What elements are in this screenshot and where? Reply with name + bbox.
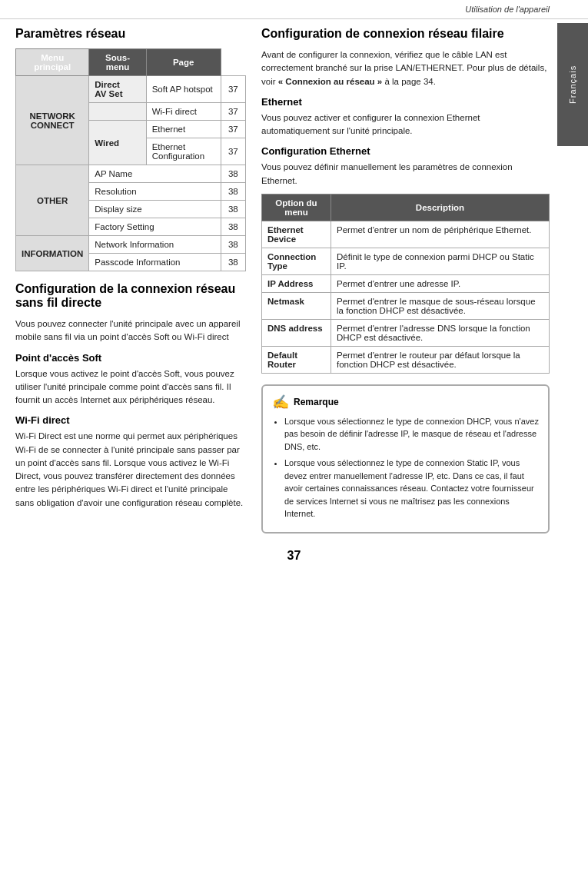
header-title: Utilisation de l'appareil: [465, 5, 550, 14]
ethernet-text: Vous pouvez activer et configurer la con…: [261, 111, 550, 138]
option-cell: Ethernet Device: [262, 221, 331, 248]
note-icon: ✍: [272, 394, 289, 411]
page-eth-config: 37: [221, 138, 245, 165]
list-item: Lorsque vous sélectionnez le type de con…: [284, 415, 539, 454]
config-eth-text: Vous pouvez définir manuellement les par…: [261, 161, 550, 188]
group-information: INFORMATION: [16, 236, 89, 271]
config-eth-title: Configuration Ethernet: [261, 145, 550, 157]
submenu-apname: AP Name: [89, 165, 221, 183]
page-softap: 37: [221, 76, 245, 103]
option-cell: Default Router: [262, 346, 331, 373]
section1-link: « Connexion au réseau »: [278, 77, 383, 86]
table-row: DNS addressPermet d'entrer l'adresse DNS…: [262, 319, 550, 346]
desc-cell: Permet d'entrer une adresse IP.: [331, 274, 550, 292]
language-sidebar: Français: [557, 23, 588, 146]
submenu-displaysize: Display size: [89, 201, 221, 218]
table-row: Default RouterPermet d'entrer le routeur…: [262, 346, 550, 373]
note-box: ✍ Remarque Lorsque vous sélectionnez le …: [261, 384, 550, 534]
submenu-passcode: Passcode Information: [89, 254, 221, 271]
page-ethernet: 37: [221, 121, 245, 138]
submenu-eth-config: Ethernet Configuration: [146, 138, 221, 165]
col-page-header: Page: [146, 49, 221, 76]
main-content: Paramètres réseau Menu principal Sous-me…: [0, 19, 588, 541]
col-menu-header: Menu principal: [16, 49, 89, 76]
subgroup-direct-2: [89, 103, 146, 121]
submenu-factorysetting: Factory Setting: [89, 218, 221, 236]
desc-cell: Permet d'entrer un nom de périphérique E…: [331, 221, 550, 248]
col-option-header: Option du menu: [262, 194, 331, 221]
table-row: OTHER AP Name 38: [16, 165, 246, 183]
option-cell: Netmask: [262, 292, 331, 319]
page-number: 37: [0, 541, 588, 567]
group-other: OTHER: [16, 165, 89, 236]
table-row: Connection TypeDéfinit le type de connex…: [262, 248, 550, 274]
soft-ap-title: Point d'accès Soft: [15, 352, 246, 364]
submenu-resolution: Resolution: [89, 183, 221, 201]
language-label: Français: [568, 65, 577, 104]
group-network: NETWORKCONNECT: [16, 76, 89, 165]
option-cell: Connection Type: [262, 248, 331, 274]
col-submenu-header: Sous-menu: [89, 49, 146, 76]
params-table: Menu principal Sous-menu Page NETWORKCON…: [15, 48, 246, 271]
page-wifidirect: 37: [221, 103, 245, 121]
wifi-text: Wi-Fi Direct est une norme qui permet au…: [15, 430, 246, 510]
subgroup-wired: Wired: [89, 121, 146, 165]
subgroup-direct: DirectAV Set: [89, 76, 146, 103]
table-row: IP AddressPermet d'entrer une adresse IP…: [262, 274, 550, 292]
table-row: INFORMATION Network Information 38: [16, 236, 246, 254]
desc-cell: Permet d'entrer le routeur par défaut lo…: [331, 346, 550, 373]
section1-title: Paramètres réseau: [15, 27, 246, 41]
section2-title: Configuration de la connexion réseau san…: [15, 282, 246, 310]
note-title: ✍ Remarque: [272, 394, 539, 411]
table-row: Ethernet DevicePermet d'entrer un nom de…: [262, 221, 550, 248]
table-row: NETWORKCONNECT DirectAV Set Soft AP hots…: [16, 76, 246, 103]
left-column: Paramètres réseau Menu principal Sous-me…: [15, 27, 246, 534]
option-cell: DNS address: [262, 319, 331, 346]
page-networkinfo: 38: [221, 236, 245, 254]
submenu-networkinfo: Network Information: [89, 236, 221, 254]
table-row: NetmaskPermet d'entrer le masque de sous…: [262, 292, 550, 319]
list-item: Lorsque vous sélectionnez le type de con…: [284, 457, 539, 520]
right-section1-title: Configuration de connexion réseau filair…: [261, 27, 550, 41]
desc-cell: Définit le type de connexion parmi DHCP …: [331, 248, 550, 274]
page-factorysetting: 38: [221, 218, 245, 236]
right-section1-intro: Avant de configurer la connexion, vérifi…: [261, 48, 550, 88]
wifi-title: Wi-Fi direct: [15, 414, 246, 426]
submenu-wifidirect: Wi-Fi direct: [146, 103, 221, 121]
page-passcode: 38: [221, 254, 245, 271]
page-displaysize: 38: [221, 201, 245, 218]
section2-intro: Vous pouvez connecter l'unité principale…: [15, 317, 246, 344]
submenu-softap: Soft AP hotspot: [146, 76, 221, 103]
option-cell: IP Address: [262, 274, 331, 292]
desc-cell: Permet d'entrer l'adresse DNS lorsque la…: [331, 319, 550, 346]
page-resolution: 38: [221, 183, 245, 201]
desc-cell: Permet d'entrer le masque de sous-réseau…: [331, 292, 550, 319]
soft-ap-text: Lorsque vous activez le point d'accès So…: [15, 367, 246, 407]
submenu-ethernet: Ethernet: [146, 121, 221, 138]
note-list: Lorsque vous sélectionnez le type de con…: [272, 415, 539, 520]
eth-config-table: Option du menu Description Ethernet Devi…: [261, 194, 550, 374]
col-desc-header: Description: [331, 194, 550, 221]
ethernet-title: Ethernet: [261, 96, 550, 108]
right-column: Configuration de connexion réseau filair…: [261, 27, 550, 534]
page-header: Utilisation de l'appareil: [0, 0, 588, 19]
page-apname: 38: [221, 165, 245, 183]
